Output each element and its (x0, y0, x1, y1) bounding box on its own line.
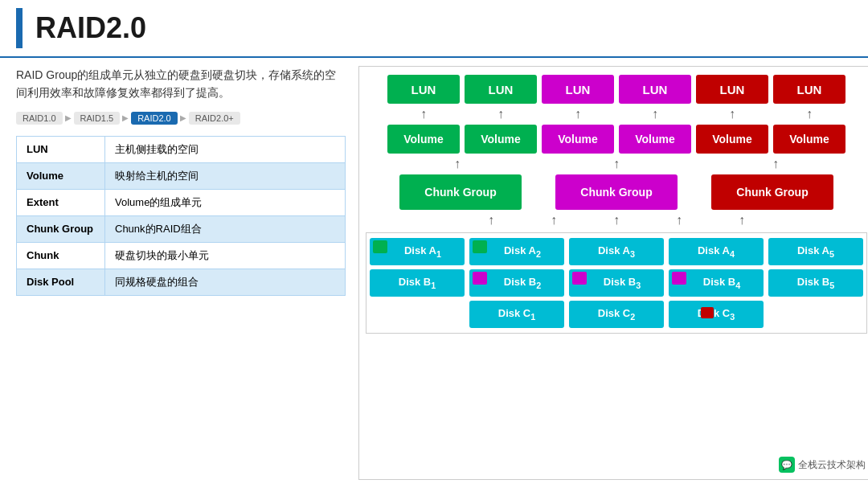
raid-diagram: LUN LUN LUN LUN LUN LUN ↑ ↑ ↑ ↑ ↑ ↑ Volu… (358, 66, 868, 480)
disk-a2-label: Disk A2 (504, 244, 541, 259)
arrow-cg-1: ↑ (380, 158, 534, 170)
disk-a2: Disk A2 (469, 238, 564, 265)
def-volume: 映射给主机的空间 (105, 162, 346, 189)
disk-a1-label: Disk A1 (404, 244, 441, 259)
header-accent-bar (16, 8, 23, 48)
arrow-row-2: ↑ ↑ ↑ (366, 158, 867, 170)
arrow-d-5: ↑ (722, 214, 762, 227)
table-row: Volume 映射给主机的空间 (17, 162, 346, 189)
lun-box-4: LUN (619, 75, 691, 104)
table-row: Chunk 硬盘切块的最小单元 (17, 242, 346, 269)
breadcrumb-raid20plus[interactable]: RAID2.0+ (189, 112, 240, 125)
arrow-d-1: ↑ (471, 214, 511, 227)
disk-b3: Disk B3 (569, 269, 664, 297)
disk-a5-label: Disk A5 (797, 244, 834, 259)
disk-a5: Disk A5 (768, 238, 863, 265)
disk-b2-label: Disk B2 (504, 276, 542, 290)
breadcrumb-raid15[interactable]: RAID1.5 (74, 112, 121, 125)
breadcrumb-raid10[interactable]: RAID1.0 (16, 112, 63, 125)
chunk-group-box-1: Chunk Group (399, 174, 522, 210)
disk-c-row: Disk C1 Disk C2 Disk C3 (370, 301, 863, 328)
breadcrumb-arrow-3: ▶ (180, 113, 186, 122)
term-volume: Volume (17, 162, 105, 189)
disk-b3-overlay (572, 272, 587, 285)
volume-box-5: Volume (696, 125, 768, 154)
disk-b1-label: Disk B1 (399, 276, 436, 290)
arrow-cg-3: ↑ (698, 158, 853, 170)
watermark-text: 全栈云技术架构 (798, 458, 866, 472)
arrow-row-3: ↑ ↑ ↑ ↑ ↑ (366, 215, 867, 226)
term-lun: LUN (17, 136, 105, 162)
disk-b4-overlay (672, 272, 686, 285)
table-row: LUN 主机侧挂载的空间 (17, 136, 346, 162)
breadcrumb-arrow-2: ▶ (122, 113, 129, 122)
arrow-row-1: ↑ ↑ ↑ ↑ ↑ ↑ (366, 109, 867, 120)
breadcrumb-arrow-1: ▶ (65, 113, 72, 122)
disk-b2: Disk B2 (469, 269, 564, 297)
chunk-group-box-2: Chunk Group (555, 174, 678, 210)
def-disk-pool: 同规格硬盘的组合 (105, 269, 346, 295)
disk-pool-section: Disk A1 Disk A2 Disk A3 Disk A4 Disk A5 (366, 232, 867, 334)
term-extent: Extent (17, 189, 105, 215)
volume-box-3: Volume (542, 125, 614, 154)
lun-box-1: LUN (387, 75, 460, 104)
breadcrumb-raid20[interactable]: RAID2.0 (131, 112, 178, 125)
def-lun: 主机侧挂载的空间 (105, 136, 346, 162)
disk-c2: Disk C2 (569, 301, 664, 328)
arrow-4: ↑ (619, 108, 691, 121)
term-table: LUN 主机侧挂载的空间 Volume 映射给主机的空间 Extent Volu… (16, 136, 346, 296)
main-content: RAID Group的组成单元从独立的硬盘到硬盘切块，存储系统的空间利用效率和故… (0, 58, 868, 488)
volume-box-1: Volume (387, 125, 460, 154)
arrow-6: ↑ (773, 108, 845, 121)
disk-b4: Disk B4 (669, 269, 764, 297)
chunk-group-row: Chunk Group Chunk Group Chunk Group (366, 174, 867, 210)
volume-box-2: Volume (465, 125, 537, 154)
disk-c3: Disk C3 (669, 301, 764, 328)
def-extent: Volume的组成单元 (105, 189, 346, 215)
table-row: Extent Volume的组成单元 (17, 189, 346, 215)
term-disk-pool: Disk Pool (17, 269, 105, 295)
arrow-1: ↑ (387, 108, 460, 121)
disk-a-row: Disk A1 Disk A2 Disk A3 Disk A4 Disk A5 (370, 238, 863, 265)
left-panel: RAID Group的组成单元从独立的硬盘到硬盘切块，存储系统的空间利用效率和故… (16, 66, 346, 480)
wechat-icon: 💬 (779, 457, 795, 473)
disk-a3-label: Disk A3 (598, 244, 635, 259)
page-header: RAID2.0 (0, 0, 868, 58)
lun-box-6: LUN (773, 75, 845, 104)
term-chunk: Chunk (17, 242, 105, 269)
disk-a1-overlay (373, 240, 387, 253)
disk-b5: Disk B5 (768, 269, 863, 297)
def-chunk-group: Chunk的RAID组合 (105, 215, 346, 242)
disk-b4-label: Disk B4 (703, 276, 741, 290)
arrow-5: ↑ (696, 108, 768, 121)
def-chunk: 硬盘切块的最小单元 (105, 242, 346, 269)
arrow-3: ↑ (542, 108, 614, 121)
disk-a3: Disk A3 (569, 238, 664, 265)
disk-a4: Disk A4 (669, 238, 764, 265)
disk-b3-label: Disk B3 (604, 276, 641, 290)
chunk-group-box-3: Chunk Group (711, 174, 833, 210)
arrow-d-3: ↑ (596, 214, 637, 227)
disk-b5-label: Disk B5 (797, 276, 835, 290)
disk-c2-label: Disk C2 (598, 307, 636, 322)
disk-b-row: Disk B1 Disk B2 Disk B3 Disk B4 Disk B5 (370, 269, 863, 297)
arrow-d-2: ↑ (534, 214, 574, 227)
page-title: RAID2.0 (35, 11, 146, 45)
volume-box-4: Volume (619, 125, 691, 154)
arrow-cg-2: ↑ (539, 158, 694, 170)
lun-row: LUN LUN LUN LUN LUN LUN (366, 75, 867, 104)
disk-b1: Disk B1 (370, 269, 465, 297)
disk-a2-overlay (473, 240, 487, 253)
breadcrumb: RAID1.0 ▶ RAID1.5 ▶ RAID2.0 ▶ RAID2.0+ (16, 112, 346, 125)
table-row: Chunk Group Chunk的RAID组合 (17, 215, 346, 242)
volume-box-6: Volume (773, 125, 845, 154)
lun-box-3: LUN (542, 75, 614, 104)
arrow-2: ↑ (465, 108, 537, 121)
disk-b2-overlay (473, 272, 487, 285)
table-row: Disk Pool 同规格硬盘的组合 (17, 269, 346, 295)
lun-box-5: LUN (696, 75, 768, 104)
description-text: RAID Group的组成单元从独立的硬盘到硬盘切块，存储系统的空间利用效率和故… (16, 66, 346, 102)
disk-a4-label: Disk A4 (698, 244, 735, 259)
volume-row: Volume Volume Volume Volume Volume Volum… (366, 125, 867, 154)
arrow-d-4: ↑ (659, 214, 699, 227)
